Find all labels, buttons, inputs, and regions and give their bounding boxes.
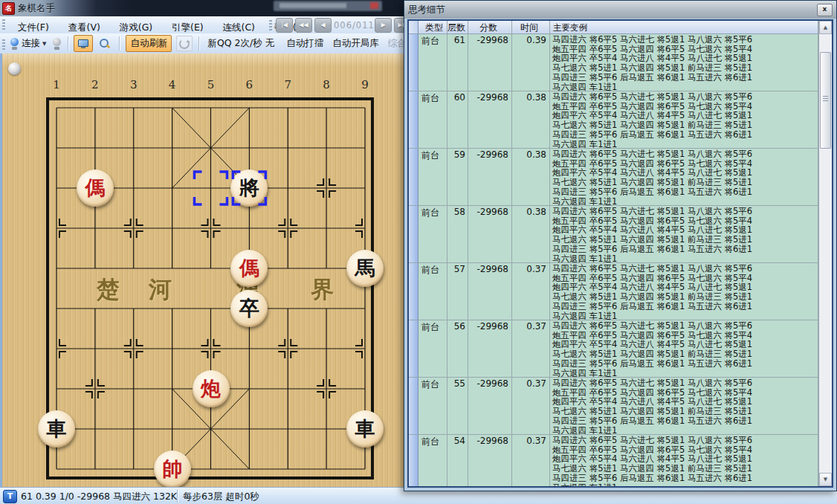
cell-time: 0.37 [512, 263, 550, 320]
cell-type: 前台 [418, 91, 447, 149]
engine-status-text: 61 0.39 1/0 -29968 马四进六 132K [21, 491, 177, 503]
nav-first-button[interactable]: |◀ [276, 18, 293, 33]
header-type[interactable]: 类型 [418, 21, 447, 34]
row-header-cell [409, 206, 418, 263]
analysis-row[interactable]: 前台 55 -29968 0.37 马四进六 将6平5 马六进七 将5退1 马八… [409, 378, 818, 435]
auto-opening-book-button[interactable]: 自动开局库 [332, 37, 379, 50]
cell-score: -29968 [468, 206, 512, 263]
last-move-marker [2, 54, 404, 487]
row-header-cell [409, 149, 418, 206]
close-icon[interactable]: x [817, 4, 833, 16]
toolbar-grip[interactable] [2, 19, 5, 30]
cell-score: -29968 [468, 149, 512, 206]
thinking-details-window: 思考细节 x 类型 层数 分数 时间 主要变例 前台 61 -29968 0.3… [404, 0, 837, 491]
cell-variation: 马四进六 将6平5 马六进七 将5退1 马八退六 将5平6 炮五平四 卒6平5 … [550, 320, 818, 378]
cell-variation: 马四进六 将6平5 马六进七 将5退1 马八退六 将5平6 炮五平四 卒6平5 … [550, 34, 818, 91]
row-header-cell [409, 435, 418, 486]
engine-status-icon: T [3, 490, 17, 503]
nav-back-button[interactable]: ◀ [314, 18, 332, 33]
search-limit-text: 每步63层 超时0秒 [183, 491, 259, 503]
cell-depth: 58 [447, 206, 468, 263]
search-icon [100, 39, 110, 49]
cell-variation: 马四进六 将6平5 马六进七 将5退1 马八退六 将5平6 炮五平四 卒6平5 … [550, 91, 818, 149]
connect-lamp-icon[interactable] [10, 38, 19, 50]
separator [119, 36, 120, 51]
cell-score: -29968 [468, 320, 512, 378]
cell-type: 前台 [418, 149, 447, 206]
analysis-row[interactable]: 前台 54 -29968 0.37 马四进六 将6平5 马六进七 将5退1 马八… [409, 435, 818, 486]
header-score[interactable]: 分数 [468, 21, 512, 34]
cell-type: 前台 [418, 378, 447, 435]
cell-variation: 马四进六 将6平5 马六进七 将5退1 马八退六 将5平6 炮五平四 卒6平5 … [550, 263, 818, 320]
vertical-scrollbar[interactable]: ▲ ▼ [818, 21, 832, 486]
analysis-row[interactable]: 前台 59 -29968 0.38 马四进六 将6平5 马六进七 将5退1 马八… [409, 149, 818, 206]
row-header-cell [409, 320, 418, 378]
nav-fast-back-button[interactable]: ◀◀ [295, 18, 312, 33]
analysis-table: 类型 层数 分数 时间 主要变例 前台 61 -29968 0.39 马四进六 … [407, 19, 833, 488]
cell-depth: 56 [447, 320, 468, 378]
row-header-cell [409, 91, 418, 149]
cell-depth: 60 [447, 91, 468, 149]
toolbar-grip[interactable] [269, 20, 272, 31]
cell-type: 前台 [418, 206, 447, 263]
monitor-toggle-button[interactable] [74, 35, 93, 52]
chevron-down-icon[interactable]: ▼ [42, 41, 46, 47]
analysis-row[interactable]: 前台 60 -29968 0.38 马四进六 将6平5 马六进七 将5退1 马八… [409, 91, 818, 149]
scroll-down-icon[interactable]: ▼ [819, 473, 832, 486]
refresh-icon [179, 39, 190, 49]
scrollbar-thumb[interactable] [820, 52, 831, 149]
panel-title: 思考细节 [408, 4, 445, 16]
cell-variation: 马四进六 将6平5 马六进七 将5退1 马八退六 将5平6 炮五平四 卒6平5 … [550, 378, 818, 435]
cell-depth: 57 [447, 263, 468, 320]
cell-time: 0.37 [512, 435, 550, 486]
connect-button[interactable]: 连接 [22, 37, 40, 50]
move-counter: 006/011 [334, 19, 372, 32]
refresh-button[interactable] [176, 36, 193, 51]
cell-score: -29968 [468, 34, 512, 91]
nav-forward-button[interactable]: ▶ [375, 18, 392, 33]
header-depth[interactable]: 层数 [447, 21, 468, 34]
status-divider [177, 490, 178, 503]
cell-score: -29968 [468, 378, 512, 435]
search-button[interactable] [96, 36, 114, 51]
cell-variation: 马四进六 将6平5 马六进七 将5退1 马八退六 将5平6 炮五平四 卒6平5 … [550, 435, 818, 486]
cell-time: 0.37 [512, 320, 550, 378]
background-window-fragment [274, 1, 382, 11]
cell-type: 前台 [418, 263, 447, 320]
analysis-row[interactable]: 前台 61 -29968 0.39 马四进六 将6平5 马六进七 将5退1 马八… [409, 34, 818, 91]
qq-rate-label[interactable]: 新QQ 2次/秒 无 [207, 37, 274, 50]
scroll-up-icon[interactable]: ▲ [819, 21, 832, 34]
header-strip-cell [409, 21, 418, 34]
background-window-close-fragment [370, 2, 378, 9]
cell-depth: 54 [447, 435, 468, 486]
cell-time: 0.38 [512, 149, 550, 206]
cell-depth: 59 [447, 149, 468, 206]
cell-time: 0.37 [512, 378, 550, 435]
toolbar-grip[interactable] [2, 39, 5, 51]
header-time[interactable]: 时间 [512, 21, 550, 34]
auto-arena-button[interactable]: 自动打擂 [286, 37, 323, 50]
auto-refresh-button[interactable]: 自动刷新 [126, 35, 172, 52]
cell-depth: 61 [447, 34, 468, 91]
header-variation[interactable]: 主要变例 [550, 21, 818, 34]
cell-score: -29968 [468, 91, 512, 149]
panel-title-bar[interactable]: 思考细节 x [404, 1, 836, 19]
analysis-row[interactable]: 前台 56 -29968 0.37 马四进六 将6平5 马六进七 将5退1 马八… [409, 320, 818, 378]
row-header-cell [409, 378, 418, 435]
app-icon: 名 [2, 2, 15, 15]
cell-time: 0.39 [512, 34, 550, 91]
cell-score: -29968 [468, 435, 512, 486]
monitor-icon [78, 39, 88, 48]
cell-variation: 马四进六 将6平5 马六进七 将5退1 马八退六 将5平6 炮五平四 卒6平5 … [550, 149, 818, 206]
analysis-row[interactable]: 前台 57 -29968 0.37 马四进六 将6平5 马六进七 将5退1 马八… [409, 263, 818, 320]
row-header-cell [409, 34, 418, 91]
disconnect-lamp-icon[interactable] [52, 38, 62, 50]
analysis-row[interactable]: 前台 58 -29968 0.38 马四进六 将6平5 马六进七 将5退1 马八… [409, 206, 818, 263]
xiangqi-board[interactable]: 楚河漢界 傌將傌馬卒炮車車帥 123456789 [0, 54, 404, 487]
cell-score: -29968 [468, 263, 512, 320]
cell-type: 前台 [418, 34, 447, 91]
row-header-cell [409, 263, 418, 320]
cell-variation: 马四进六 将6平5 马六进七 将5退1 马八退六 将5平6 炮五平四 卒6平5 … [550, 206, 818, 263]
cell-type: 前台 [418, 435, 447, 486]
cell-type: 前台 [418, 320, 447, 378]
